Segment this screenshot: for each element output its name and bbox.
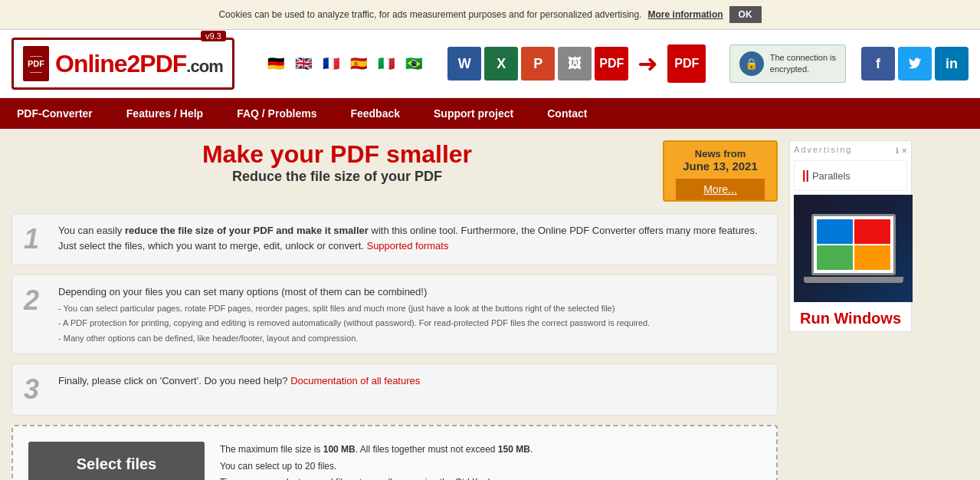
nav-contact[interactable]: Contact [530,98,604,129]
step-1-number: 1 [24,223,47,255]
social-icons: f in [861,47,969,81]
step-1-text: You can easily reduce the file size of y… [58,223,765,253]
supported-formats-link[interactable]: Supported formats [366,240,448,252]
step-2-sub-2: - A PDF protection for printing, copying… [58,317,765,330]
file-info-line2: You can select up to 20 files. [220,459,533,475]
navbar: PDF-Converter Features / Help FAQ / Prob… [0,98,980,129]
file-info-line3: Tips: you can select several files at on… [220,475,533,480]
step-2-content: Depending on your files you can set many… [58,284,765,344]
ad-box: Advertising ℹ ✕ || Parallels [789,140,912,332]
logo-box[interactable]: v9.3 —— PDF —— Online2PDF.com [11,38,234,90]
step-2-section: 2 Depending on your files you can set ma… [11,275,778,354]
nav-feedback[interactable]: Feedback [333,98,417,129]
step-1-section: 1 You can easily reduce the file size of… [11,213,778,265]
ad-label: Advertising [794,145,852,154]
laptop-graphic [804,214,903,283]
ad-info-icon[interactable]: ℹ ✕ [896,146,907,155]
run-windows-text: Run Windows [794,310,907,327]
file-info-line1: The maximum file size is 100 MB. All fil… [220,442,533,459]
page-title: Make your PDF smaller Reduce the file si… [11,140,663,185]
main-wrapper: Make your PDF smaller Reduce the file si… [0,129,980,480]
word-icon: W [447,47,481,81]
ssl-icon: 🔒 [739,51,764,76]
select-files-button[interactable]: Select files [28,442,205,480]
news-box: News from June 13, 2021 More... [663,140,778,202]
flag-de[interactable]: 🇩🇪 [265,56,287,71]
nav-features-help[interactable]: Features / Help [110,98,220,129]
step-3-section: 3 Finally, please click on 'Convert'. Do… [11,363,778,416]
cookie-more-link[interactable]: More information [648,9,723,20]
documentation-link[interactable]: Documentation of all features [290,375,420,386]
step-3-number: 3 [24,373,47,406]
parallels-label: Parallels [812,170,851,182]
file-area: Select files The maximum file size is 10… [11,425,778,480]
flag-br[interactable]: 🇧🇷 [403,56,424,71]
image-icon: 🖼 [558,47,592,81]
converter-icons: W X P 🖼 PDF ➜ PDF [440,44,714,83]
cookie-banner: Cookies can be used to analyze traffic, … [0,0,980,30]
ad-image [794,195,913,302]
header: v9.3 —— PDF —— Online2PDF.com 🇩🇪 🇬🇧 🇫🇷 🇪… [0,30,980,98]
sidebar: Advertising ℹ ✕ || Parallels [789,140,912,480]
main-subtitle: Reduce the file size of your PDF [11,169,663,185]
twitter-button[interactable] [898,47,932,81]
ssl-badge: 🔒 The connection isencrypted. [729,44,846,83]
step-3-content: Finally, please click on 'Convert'. Do y… [58,373,765,389]
news-more-link[interactable]: More... [676,179,765,200]
nav-pdf-converter[interactable]: PDF-Converter [0,98,110,129]
flag-es[interactable]: 🇪🇸 [348,56,369,71]
language-flags: 🇩🇪 🇬🇧 🇫🇷 🇪🇸 🇮🇹 🇧🇷 [265,56,424,71]
content-area: Make your PDF smaller Reduce the file si… [11,140,778,480]
news-date: June 13, 2021 [676,159,765,173]
ssl-text: The connection isencrypted. [770,52,836,76]
news-label: News from [676,148,765,159]
logo-pdf-icon: —— PDF —— [23,46,49,81]
logo-text: Online2PDF.com [55,50,223,78]
step-1-content: You can easily reduce the file size of y… [58,223,765,253]
excel-icon: X [484,47,518,81]
cookie-text: Cookies can be used to analyze traffic, … [218,9,641,20]
ad-parallels-text: || Parallels [794,160,907,191]
step-2-text: Depending on your files you can set many… [58,284,765,300]
laptop-screen [811,214,896,275]
page-title-section: Make your PDF smaller Reduce the file si… [11,140,778,202]
linkedin-button[interactable]: in [935,47,969,81]
step-3-text: Finally, please click on 'Convert'. Do y… [58,373,765,389]
step-2-sub-1: - You can select particular pages, rotat… [58,302,765,315]
laptop-base [804,277,903,283]
facebook-button[interactable]: f [861,47,895,81]
file-info: The maximum file size is 100 MB. All fil… [220,442,533,480]
main-title: Make your PDF smaller [11,140,663,169]
ppt-icon: P [521,47,555,81]
nav-support-project[interactable]: Support project [417,98,530,129]
flag-gb[interactable]: 🇬🇧 [293,56,314,71]
nav-faq-problems[interactable]: FAQ / Problems [220,98,333,129]
step-2-number: 2 [24,284,47,317]
flag-it[interactable]: 🇮🇹 [375,56,397,71]
cookie-ok-button[interactable]: OK [729,6,762,23]
pdf-multi-icon: PDF [595,47,628,81]
pdf-result-icon: PDF [667,44,706,83]
flag-fr[interactable]: 🇫🇷 [320,56,342,71]
step-2-sub-3: - Many other options can be defined, lik… [58,332,765,345]
convert-arrow-icon: ➜ [637,49,658,78]
logo-version: v9.3 [201,31,226,41]
